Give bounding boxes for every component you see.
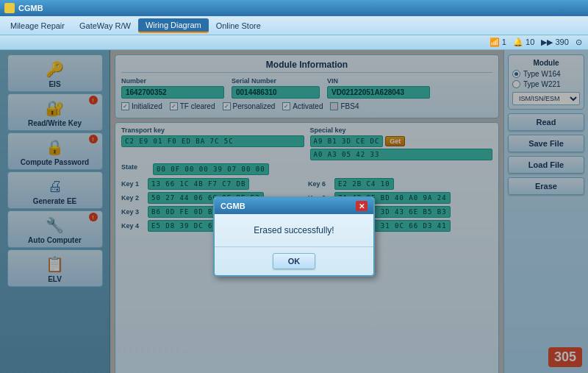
app-icon — [4, 3, 15, 13]
menu-online-store[interactable]: Online Store — [209, 19, 268, 32]
dialog-content: Erased successfully! — [215, 214, 373, 246]
app-title: CGMB — [18, 4, 43, 13]
dialog-message: Erased successfully! — [254, 225, 334, 235]
top-icons-bar: 📶 1 🔔 10 ▶▶ 390 ⊙ — [0, 35, 588, 50]
title-bar: CGMB — [0, 0, 588, 16]
menu-wiring-diagram[interactable]: Wiring Diagram — [138, 18, 209, 33]
menu-mileage-repair[interactable]: Mileage Repair — [3, 19, 72, 32]
dialog-overlay: CGMB ✕ Erased successfully! OK — [0, 50, 588, 373]
menu-gateway-rw[interactable]: GateWay R/W — [72, 19, 138, 32]
dialog-footer: OK — [215, 246, 373, 275]
main-content: 🔑 EIS 🔐 Read/Write Key ! 🔒 Compute Passw… — [0, 50, 588, 373]
dialog-ok-button[interactable]: OK — [273, 253, 316, 269]
dialog-close-button[interactable]: ✕ — [356, 201, 368, 211]
dialog-title-bar: CGMB ✕ — [215, 198, 373, 214]
menu-bar: Mileage Repair GateWay R/W Wiring Diagra… — [0, 16, 588, 35]
dialog-title: CGMB — [220, 202, 245, 210]
dialog-box: CGMB ✕ Erased successfully! OK — [213, 196, 375, 277]
